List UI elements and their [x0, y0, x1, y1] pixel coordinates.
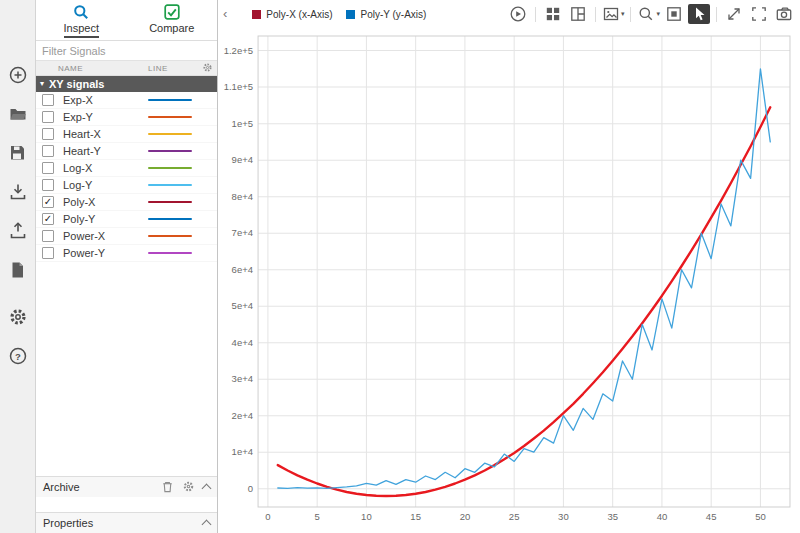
- x-tick-label: 45: [706, 511, 717, 522]
- signal-line-swatch[interactable]: [148, 99, 192, 102]
- fit-to-view-button[interactable]: [663, 4, 685, 24]
- zoom-icon: [637, 5, 655, 23]
- signal-line-swatch[interactable]: [148, 218, 192, 221]
- signal-checkbox[interactable]: ✓: [42, 196, 54, 208]
- layout-custom-button[interactable]: [567, 4, 589, 24]
- sidebar-tabs: Inspect Compare: [36, 0, 217, 41]
- left-toolbar: ?: [0, 0, 36, 533]
- trash-icon: [161, 480, 174, 493]
- maximize-button[interactable]: [723, 4, 745, 24]
- signal-line-swatch[interactable]: [148, 133, 192, 136]
- signal-checkbox[interactable]: [42, 94, 54, 106]
- group-collapse-icon: ▾: [40, 79, 44, 88]
- signal-row-log-y[interactable]: Log-Y: [36, 177, 217, 194]
- properties-bar[interactable]: Properties: [36, 512, 217, 533]
- signal-list-empty-space: [36, 262, 217, 477]
- snapshot-button[interactable]: [773, 4, 795, 24]
- create-report-icon: [8, 260, 28, 280]
- signal-name: Log-X: [63, 162, 92, 174]
- legend-item[interactable]: Poly-X (x-Axis): [252, 9, 332, 20]
- signal-line-swatch[interactable]: [148, 167, 192, 170]
- signal-sidebar: Inspect Compare NAME LINE ▾ XY signals E…: [36, 0, 218, 533]
- open-folder-button[interactable]: [7, 103, 29, 125]
- legend-color-key: [252, 10, 261, 19]
- archive-body: [36, 497, 217, 512]
- xy-plot[interactable]: 0510152025303540455001e+42e+43e+44e+45e+…: [218, 28, 800, 533]
- filter-signals-input[interactable]: [36, 43, 217, 61]
- figure-menu-button[interactable]: ▾: [602, 4, 625, 24]
- column-settings-button[interactable]: [202, 62, 213, 75]
- archive-collapse-icon[interactable]: [202, 483, 212, 493]
- signal-group-xy[interactable]: ▾ XY signals: [36, 76, 217, 92]
- compare-check-icon: [164, 4, 180, 20]
- pointer-button[interactable]: [688, 4, 710, 24]
- figure-icon: [602, 5, 620, 23]
- y-tick-label: 4e+4: [232, 337, 253, 348]
- archive-delete-button[interactable]: [161, 480, 174, 495]
- signal-checkbox[interactable]: [42, 128, 54, 140]
- layout-grid-button[interactable]: [542, 4, 564, 24]
- add-button[interactable]: [7, 64, 29, 86]
- y-tick-label: 1.2e+5: [224, 45, 253, 56]
- import-button[interactable]: [7, 181, 29, 203]
- signal-line-swatch[interactable]: [148, 201, 192, 204]
- chevron-down-icon: ▾: [656, 10, 660, 18]
- camera-icon: [775, 5, 793, 23]
- signal-row-power-x[interactable]: Power-X: [36, 228, 217, 245]
- legend-item[interactable]: Poly-Y (y-Axis): [346, 9, 426, 20]
- signal-checkbox[interactable]: [42, 230, 54, 242]
- signal-checkbox[interactable]: [42, 162, 54, 174]
- signal-line-swatch[interactable]: [148, 252, 192, 255]
- toolbar-separator: [595, 7, 596, 22]
- y-tick-label: 7e+4: [232, 227, 253, 238]
- column-header-name[interactable]: NAME: [58, 64, 83, 73]
- signal-row-poly-x[interactable]: ✓Poly-X: [36, 194, 217, 211]
- tab-compare[interactable]: Compare: [127, 0, 218, 40]
- signal-checkbox[interactable]: [42, 145, 54, 157]
- export-icon: [8, 221, 28, 241]
- signal-line-swatch[interactable]: [148, 150, 192, 153]
- archive-settings-button[interactable]: [182, 480, 195, 495]
- plot-area[interactable]: 0510152025303540455001e+42e+43e+44e+45e+…: [218, 28, 800, 533]
- run-button[interactable]: [507, 4, 529, 24]
- archive-bar[interactable]: Archive: [36, 476, 217, 497]
- signal-row-exp-x[interactable]: Exp-X: [36, 92, 217, 109]
- plot-legend: Poly-X (x-Axis)Poly-Y (y-Axis): [252, 9, 426, 20]
- y-tick-label: 1e+4: [232, 446, 253, 457]
- signal-row-log-x[interactable]: Log-X: [36, 160, 217, 177]
- signal-table-header: NAME LINE: [36, 61, 217, 76]
- run-icon: [509, 5, 527, 23]
- signal-checkbox[interactable]: [42, 247, 54, 259]
- gear-icon: [202, 62, 213, 73]
- signal-row-heart-y[interactable]: Heart-Y: [36, 143, 217, 160]
- signal-row-poly-y[interactable]: ✓Poly-Y: [36, 211, 217, 228]
- create-report-button[interactable]: [7, 259, 29, 281]
- fullscreen-button[interactable]: [748, 4, 770, 24]
- properties-collapse-icon[interactable]: [202, 519, 212, 529]
- preferences-button[interactable]: [7, 306, 29, 328]
- collapse-sidebar-button[interactable]: ‹: [221, 6, 231, 23]
- signal-row-power-y[interactable]: Power-Y: [36, 245, 217, 262]
- zoom-menu-button[interactable]: ▾: [637, 4, 660, 24]
- signal-checkbox[interactable]: [42, 179, 54, 191]
- signal-name: Exp-Y: [63, 111, 93, 123]
- toolbar-separator: [535, 7, 536, 22]
- save-session-button[interactable]: [7, 142, 29, 164]
- signal-name: Power-Y: [63, 247, 105, 259]
- signal-row-exp-y[interactable]: Exp-Y: [36, 109, 217, 126]
- signal-name: Poly-Y: [63, 213, 95, 225]
- tab-inspect[interactable]: Inspect: [36, 0, 127, 40]
- export-button[interactable]: [7, 220, 29, 242]
- signal-checkbox[interactable]: [42, 111, 54, 123]
- help-icon: ?: [8, 346, 28, 366]
- help-button[interactable]: ?: [7, 345, 29, 367]
- signal-checkbox[interactable]: ✓: [42, 213, 54, 225]
- y-tick-label: 3e+4: [232, 373, 253, 384]
- signal-line-swatch[interactable]: [148, 235, 192, 238]
- signal-row-heart-x[interactable]: Heart-X: [36, 126, 217, 143]
- signal-line-swatch[interactable]: [148, 184, 192, 187]
- svg-text:?: ?: [15, 351, 21, 362]
- signal-line-swatch[interactable]: [148, 116, 192, 119]
- open-folder-icon: [8, 104, 28, 124]
- column-header-line[interactable]: LINE: [148, 64, 168, 73]
